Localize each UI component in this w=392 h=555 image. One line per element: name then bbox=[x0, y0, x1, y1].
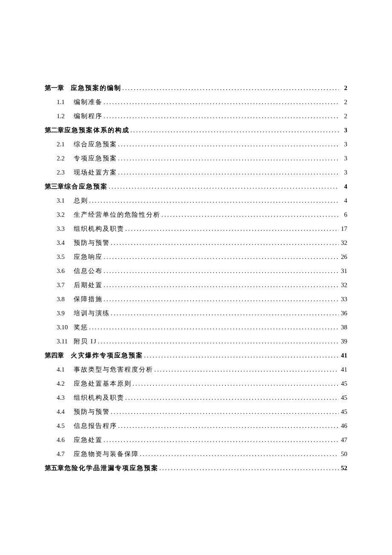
toc-entry: 2.3现场处置方案3 bbox=[45, 168, 347, 177]
toc-entry: 第二章应急预案体系的构成3 bbox=[45, 125, 347, 135]
toc-leader-dots bbox=[125, 393, 339, 402]
toc-entry-title: 应急响应 bbox=[74, 252, 103, 262]
toc-entry: 2.2专项应急预案3 bbox=[45, 154, 347, 163]
table-of-contents: 第一章 应急预案的编制21.1编制准备21.2编制程序2第二章应急预案体系的构成… bbox=[45, 83, 347, 473]
toc-entry-page: 4 bbox=[340, 196, 347, 205]
toc-entry-title: 信息报告程序 bbox=[74, 421, 117, 430]
toc-entry-title: 应急处置基本原则 bbox=[74, 379, 132, 388]
toc-entry-title: 综合应急预案 bbox=[74, 139, 117, 149]
toc-entry: 第三章综合应急预案4 bbox=[45, 182, 347, 191]
toc-entry-title: 编制程序 bbox=[74, 111, 103, 121]
toc-entry-page: 2 bbox=[340, 97, 347, 107]
toc-entry-title: 综合应急预案 bbox=[64, 182, 108, 191]
toc-entry-title: 附贝 IJ bbox=[74, 337, 97, 346]
toc-leader-dots bbox=[104, 435, 339, 445]
toc-entry-number: 3.5 bbox=[57, 252, 74, 262]
toc-gap bbox=[64, 351, 71, 360]
toc-entry-title: 生产经营单位的危险性分析 bbox=[74, 210, 161, 219]
toc-entry-title: 组织机构及职责 bbox=[74, 393, 124, 402]
toc-leader-dots bbox=[104, 252, 339, 262]
toc-entry-page: 32 bbox=[340, 238, 347, 247]
toc-entry-number: 第五章 bbox=[45, 463, 64, 473]
toc-leader-dots bbox=[161, 210, 339, 219]
toc-leader-dots bbox=[133, 379, 339, 388]
toc-entry: 4.4预防与预警45 bbox=[45, 407, 347, 416]
toc-entry-page: 41 bbox=[340, 365, 347, 374]
toc-leader-dots bbox=[118, 421, 339, 430]
toc-entry-number: 4.2 bbox=[57, 379, 74, 388]
toc-entry-page: 47 bbox=[340, 435, 347, 445]
toc-entry-page: 3 bbox=[340, 139, 347, 149]
toc-entry-title: 培训与演练 bbox=[74, 308, 110, 318]
toc-entry-page: 38 bbox=[340, 323, 347, 332]
toc-entry-number: 4.7 bbox=[57, 449, 74, 459]
toc-entry-title: 火灾爆炸专项应急预案 bbox=[71, 351, 143, 360]
toc-entry-title: 危险化学品泄漏专项应急预案 bbox=[64, 463, 159, 473]
toc-entry: 3.10奖惩38 bbox=[45, 323, 347, 332]
toc-entry-number: 3.1 bbox=[57, 196, 74, 205]
toc-entry-number: 2.3 bbox=[57, 168, 74, 177]
toc-entry: 3.4预防与预警32 bbox=[45, 238, 347, 247]
toc-entry-number: 3.4 bbox=[57, 238, 74, 247]
toc-entry-title: 事故类型与危害程度分析 bbox=[74, 365, 153, 374]
toc-entry-title: 应急预案体系的构成 bbox=[64, 125, 130, 135]
toc-entry: 3.9培训与演练36 bbox=[45, 308, 347, 318]
toc-entry-title: 应急物资与装备保障 bbox=[74, 449, 139, 459]
toc-entry-page: 3 bbox=[340, 154, 347, 163]
toc-entry: 3.11附贝 IJ39 bbox=[45, 337, 347, 346]
toc-entry-number: 4.5 bbox=[57, 421, 74, 430]
toc-entry: 1.1编制准备2 bbox=[45, 97, 347, 107]
toc-leader-dots bbox=[104, 294, 339, 304]
toc-entry-page: 33 bbox=[340, 294, 347, 304]
toc-leader-dots bbox=[111, 407, 339, 416]
toc-leader-dots bbox=[104, 280, 339, 290]
toc-leader-dots bbox=[118, 168, 339, 177]
toc-entry-number: 3.9 bbox=[57, 308, 74, 318]
toc-entry-page: 52 bbox=[340, 463, 347, 473]
toc-entry-number: 第三章 bbox=[45, 182, 64, 191]
toc-entry-number: 1.2 bbox=[57, 111, 74, 121]
toc-entry: 3.1总则4 bbox=[45, 196, 347, 205]
toc-entry-number: 4.1 bbox=[57, 365, 74, 374]
toc-entry-number: 第一章 bbox=[45, 83, 64, 93]
toc-entry-page: 26 bbox=[340, 252, 347, 262]
toc-leader-dots bbox=[111, 238, 339, 247]
toc-entry-number: 3.3 bbox=[57, 224, 74, 233]
toc-entry-page: 45 bbox=[340, 407, 347, 416]
toc-leader-dots bbox=[140, 449, 339, 459]
toc-entry-page: 31 bbox=[340, 266, 347, 276]
toc-entry-title: 保障措施 bbox=[74, 294, 103, 304]
toc-entry-title: 组织机构及职责 bbox=[74, 224, 124, 233]
toc-entry-title: 总则 bbox=[74, 196, 88, 205]
toc-entry: 4.1事故类型与危害程度分析41 bbox=[45, 365, 347, 374]
toc-leader-dots bbox=[104, 97, 339, 107]
toc-leader-dots bbox=[118, 154, 339, 163]
toc-entry-number: 3.11 bbox=[57, 337, 74, 346]
toc-gap bbox=[64, 83, 71, 93]
toc-entry-title: 信息公布 bbox=[74, 266, 103, 276]
toc-entry: 第一章 应急预案的编制2 bbox=[45, 83, 347, 93]
toc-entry: 3.7后期处置32 bbox=[45, 280, 347, 290]
toc-entry-title: 预防与预警 bbox=[74, 407, 110, 416]
toc-entry-number: 3.2 bbox=[57, 210, 74, 219]
toc-entry-number: 3.7 bbox=[57, 280, 74, 290]
toc-entry: 第四章 火灾爆炸专项应急预案41 bbox=[45, 351, 347, 360]
toc-entry-page: 4 bbox=[340, 182, 347, 191]
toc-entry-page: 41 bbox=[340, 351, 347, 360]
toc-entry-title: 奖惩 bbox=[74, 323, 88, 332]
toc-entry: 3.6信息公布31 bbox=[45, 266, 347, 276]
toc-entry-page: 32 bbox=[340, 280, 347, 290]
toc-entry: 4.5信息报告程序46 bbox=[45, 421, 347, 430]
toc-leader-dots bbox=[89, 196, 339, 205]
toc-entry: 3.5应急响应26 bbox=[45, 252, 347, 262]
toc-entry: 4.2应急处置基本原则45 bbox=[45, 379, 347, 388]
toc-entry-page: 39 bbox=[340, 337, 347, 346]
toc-leader-dots bbox=[109, 182, 339, 191]
toc-entry: 第五章危险化学品泄漏专项应急预案52 bbox=[45, 463, 347, 473]
toc-entry: 1.2编制程序2 bbox=[45, 111, 347, 121]
toc-entry-title: 预防与预警 bbox=[74, 238, 110, 247]
toc-entry-number: 第二章 bbox=[45, 125, 64, 135]
toc-entry-title: 应急预案的编制 bbox=[71, 83, 121, 93]
toc-entry-title: 编制准备 bbox=[74, 97, 103, 107]
toc-entry-number: 第四章 bbox=[45, 351, 64, 360]
